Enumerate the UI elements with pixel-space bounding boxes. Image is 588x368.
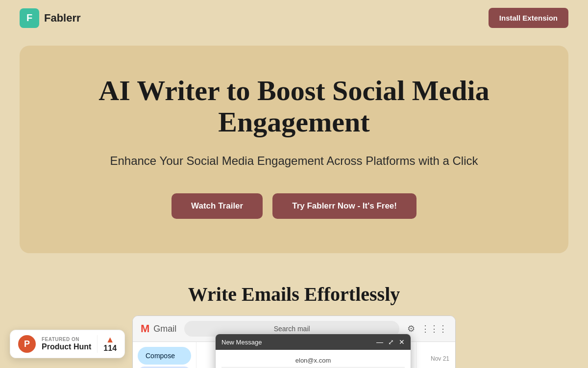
hero-section: AI Writer to Boost Social Media Engageme… bbox=[20, 46, 568, 253]
gmail-sidebar: Compose Inbox bbox=[133, 342, 196, 368]
gmail-m-letter: M bbox=[141, 322, 149, 335]
gmail-logo: M Gmail bbox=[141, 322, 176, 335]
minimize-icon[interactable]: — bbox=[376, 338, 383, 346]
product-hunt-votes: ▲ 114 bbox=[97, 335, 117, 353]
logo-text: Fablerr bbox=[44, 12, 81, 25]
try-fablerr-button[interactable]: Try Fablerr Now - It's Free! bbox=[272, 193, 416, 219]
compose-to-field[interactable]: elon@x.com bbox=[221, 354, 405, 368]
compose-title: New Message bbox=[221, 339, 262, 346]
gmail-body: Compose Inbox New Message — ⤢ ✕ bbox=[133, 342, 455, 368]
compose-window: New Message — ⤢ ✕ elon@x.com Subject bbox=[215, 334, 411, 368]
gmail-app-name: Gmail bbox=[153, 324, 176, 334]
settings-icon: ⚙ bbox=[407, 323, 415, 334]
compose-header: New Message — ⤢ ✕ bbox=[216, 334, 411, 350]
watch-trailer-button[interactable]: Watch Trailer bbox=[172, 193, 263, 219]
gmail-icons: ⚙ ⋮⋮⋮ bbox=[407, 323, 447, 334]
product-hunt-logo: P bbox=[18, 335, 36, 353]
gmail-compose-button[interactable]: Compose bbox=[138, 347, 191, 365]
navbar: F Fablerr Install Extension bbox=[0, 0, 588, 36]
vote-count: 114 bbox=[103, 344, 117, 353]
date-item-1: Nov 21 bbox=[422, 355, 449, 362]
gmail-mockup: M Gmail Search mail ⚙ ⋮⋮⋮ Compose Inbox bbox=[132, 315, 456, 368]
logo-icon: F bbox=[20, 8, 39, 28]
logo-area: F Fablerr bbox=[20, 8, 81, 28]
product-hunt-text: FEATURED ON Product Hunt bbox=[42, 337, 91, 351]
compose-body: elon@x.com Subject Ask elon musk to make… bbox=[216, 350, 411, 368]
hero-title: AI Writer to Boost Social Media Engageme… bbox=[39, 75, 549, 138]
close-icon[interactable]: ✕ bbox=[399, 338, 405, 346]
product-hunt-name: Product Hunt bbox=[42, 342, 91, 351]
compose-controls: — ⤢ ✕ bbox=[376, 338, 405, 346]
expand-icon[interactable]: ⤢ bbox=[388, 338, 394, 346]
gmail-dates: Nov 21 Nov 14 bbox=[416, 342, 455, 368]
hero-subtitle: Enhance Your Social Media Engagement Acr… bbox=[39, 153, 549, 169]
product-hunt-featured-label: FEATURED ON bbox=[42, 337, 91, 342]
upvote-arrow-icon: ▲ bbox=[106, 335, 115, 344]
apps-icon: ⋮⋮⋮ bbox=[421, 323, 447, 334]
gmail-main: New Message — ⤢ ✕ elon@x.com Subject bbox=[196, 342, 416, 368]
product-hunt-badge[interactable]: P FEATURED ON Product Hunt ▲ 114 bbox=[10, 330, 125, 358]
hero-buttons: Watch Trailer Try Fablerr Now - It's Fre… bbox=[39, 193, 549, 219]
section-title: Write Emails Effortlessly bbox=[20, 283, 568, 306]
install-extension-button[interactable]: Install Extension bbox=[489, 8, 568, 28]
